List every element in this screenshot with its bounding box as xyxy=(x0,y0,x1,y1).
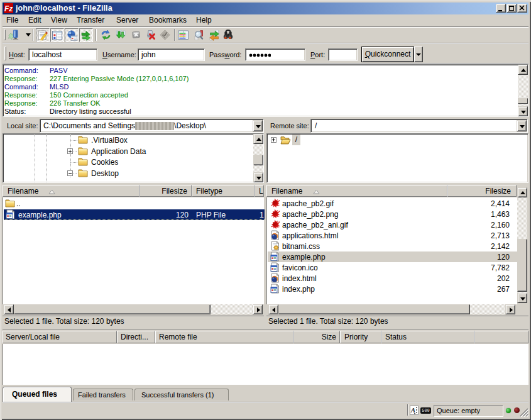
svg-text:A: A xyxy=(410,406,415,414)
svg-text:Fz: Fz xyxy=(4,4,13,13)
